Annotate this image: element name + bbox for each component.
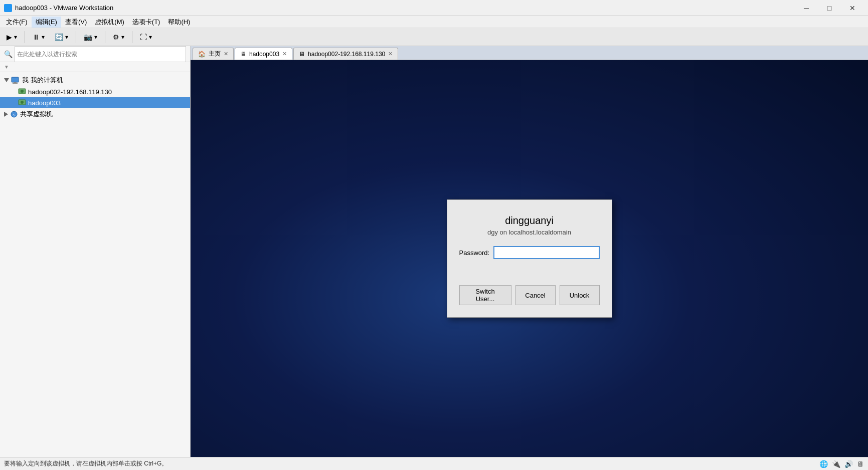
switch-user-button[interactable]: Switch User...: [459, 285, 511, 305]
status-text: 要将输入定向到该虚拟机，请在虚拟机内部单击或按 Ctrl+G。: [4, 459, 167, 468]
toolbar-sep-2: [76, 31, 76, 43]
shared-vms-label: 共享虚拟机: [20, 110, 53, 119]
lock-dialog-password-row: Password:: [459, 246, 600, 259]
app-title: hadoop003 - VMware Workstation: [15, 4, 795, 12]
toolbar-power-btn[interactable]: ▶ ▾: [2, 30, 22, 44]
tab-hadoop002-close[interactable]: ✕: [388, 51, 393, 57]
toolbar: ▶ ▾ ⏸ ▾ 🔄 ▾ 📷 ▾ ⚙ ▾ ⛶ ▾: [0, 28, 868, 46]
sidebar-search-bar: 🔍: [0, 46, 190, 62]
tab-bar: 🏠 主页 ✕ 🖥 hadoop003 ✕ 🖥 hadoop002-192.168…: [191, 46, 868, 60]
password-input[interactable]: [493, 246, 599, 259]
search-input[interactable]: [15, 46, 186, 62]
svg-rect-2: [13, 83, 18, 84]
content-area: 🔍 ▼ 我 我的计算机 h: [0, 46, 868, 457]
main-panel: 🏠 主页 ✕ 🖥 hadoop003 ✕ 🖥 hadoop002-192.168…: [191, 46, 868, 457]
minimize-button[interactable]: ─: [795, 0, 818, 16]
mycomputer-label: 我 我的计算机: [22, 76, 63, 85]
snapshot-icon: 📷: [84, 33, 92, 41]
lock-dialog-username: dingguanyi: [459, 215, 600, 226]
maximize-button[interactable]: □: [818, 0, 841, 16]
menu-view[interactable]: 查看(V): [61, 17, 91, 28]
tab-hadoop002[interactable]: 🖥 hadoop002-192.168.119.130 ✕: [293, 48, 398, 60]
svg-rect-1: [14, 82, 17, 83]
sound-icon: 🔊: [844, 460, 853, 468]
svg-text:S: S: [13, 113, 15, 117]
tab-hadoop002-label: hadoop002-192.168.119.130: [308, 51, 385, 58]
sidebar-item-shared-vms[interactable]: S 共享虚拟机: [0, 108, 190, 120]
toolbar-snapshot-btn[interactable]: 📷 ▾: [79, 30, 102, 44]
cancel-button[interactable]: Cancel: [515, 285, 556, 305]
hadoop003-label: hadoop003: [28, 99, 61, 107]
fullscreen-icon: ⛶: [140, 33, 147, 41]
menu-vm[interactable]: 虚拟机(M): [91, 17, 128, 28]
toolbar-settings-btn[interactable]: ⚙ ▾: [108, 30, 129, 44]
reset-icon: 🔄: [55, 33, 63, 41]
sidebar-tree: 我 我的计算机 hadoop002-192.168.119.130 hadoop…: [0, 72, 190, 457]
svg-point-4: [21, 90, 24, 93]
computer-icon: [11, 76, 19, 84]
usb-icon: 🔌: [832, 460, 840, 468]
down-arrow-icon: ▼: [4, 64, 9, 70]
tab-hadoop003-close[interactable]: ✕: [282, 51, 287, 57]
sidebar: 🔍 ▼ 我 我的计算机 h: [0, 46, 191, 457]
toolbar-fullscreen-btn[interactable]: ⛶ ▾: [135, 30, 156, 44]
title-bar: hadoop003 - VMware Workstation ─ □ ✕: [0, 0, 868, 16]
shared-icon: S: [10, 110, 18, 118]
search-icon: 🔍: [4, 50, 13, 58]
toolbar-power-label: ▾: [14, 34, 17, 41]
vm-display[interactable]: dingguanyi dgy on localhost.localdomain …: [191, 60, 868, 457]
tab-hadoop003-label: hadoop003: [249, 51, 279, 58]
menu-file[interactable]: 文件(F): [2, 17, 32, 28]
toolbar-suspend-btn[interactable]: ⏸ ▾: [28, 30, 49, 44]
collapse-icon: [4, 112, 8, 117]
password-label: Password:: [459, 249, 490, 257]
home-icon: 🏠: [198, 51, 206, 58]
tab-hadoop003[interactable]: 🖥 hadoop003 ✕: [235, 48, 292, 60]
expand-icon: [4, 78, 9, 82]
app-icon: [4, 4, 12, 12]
lock-dialog-subtitle: dgy on localhost.localdomain: [459, 228, 600, 236]
lock-dialog-spacer: [459, 267, 600, 275]
status-icons: 🌐 🔌 🔊 🖥: [819, 460, 864, 468]
sidebar-item-mycomputer[interactable]: 我 我的计算机: [0, 74, 190, 86]
toolbar-sep-1: [25, 31, 25, 43]
window-controls: ─ □ ✕: [795, 0, 864, 16]
close-button[interactable]: ✕: [841, 0, 864, 16]
toolbar-reset-btn[interactable]: 🔄 ▾: [50, 30, 73, 44]
unlock-button[interactable]: Unlock: [560, 285, 600, 305]
menu-edit[interactable]: 编辑(E): [32, 17, 61, 28]
tab-home-label: 主页: [209, 50, 221, 58]
lock-dialog: dingguanyi dgy on localhost.localdomain …: [447, 199, 612, 318]
hadoop002-label: hadoop002-192.168.119.130: [28, 88, 112, 96]
menu-help[interactable]: 帮助(H): [164, 17, 194, 28]
svg-point-6: [21, 101, 24, 104]
vm-tab-icon-2: 🖥: [299, 51, 305, 58]
tab-home[interactable]: 🏠 主页 ✕: [193, 48, 234, 60]
svg-rect-0: [12, 77, 19, 82]
tab-home-close[interactable]: ✕: [224, 51, 228, 57]
status-bar: 要将输入定向到该虚拟机，请在虚拟机内部单击或按 Ctrl+G。 🌐 🔌 🔊 🖥: [0, 457, 868, 470]
settings-icon: ⚙: [113, 33, 119, 41]
menu-tabs[interactable]: 选项卡(T): [128, 17, 164, 28]
vm-icon-selected: [18, 99, 26, 107]
network-icon: 🌐: [819, 460, 828, 468]
suspend-icon: ⏸: [33, 33, 40, 41]
sidebar-scroll-arrow-top[interactable]: ▼: [0, 62, 190, 72]
menu-bar: 文件(F) 编辑(E) 查看(V) 虚拟机(M) 选项卡(T) 帮助(H): [0, 16, 868, 28]
sidebar-item-hadoop003[interactable]: hadoop003: [0, 97, 190, 108]
screen-icon: 🖥: [857, 460, 864, 468]
vm-tab-icon: 🖥: [240, 51, 246, 58]
toolbar-sep-4: [132, 31, 132, 43]
lock-dialog-buttons: Switch User... Cancel Unlock: [459, 285, 600, 305]
toolbar-sep-3: [105, 31, 105, 43]
vm-icon: [18, 88, 26, 96]
sidebar-item-hadoop002[interactable]: hadoop002-192.168.119.130: [0, 86, 190, 97]
power-icon: ▶: [7, 33, 12, 41]
